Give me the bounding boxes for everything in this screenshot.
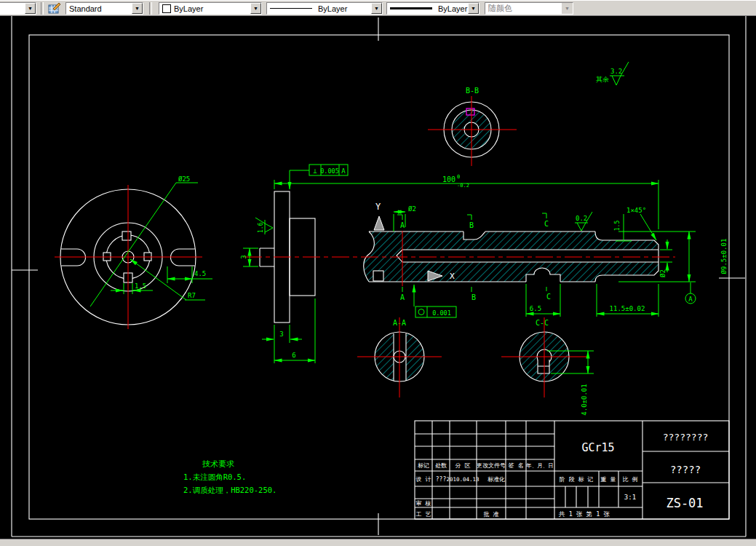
color-swatch-icon <box>162 4 171 13</box>
dim-bore2-end: Ø2 <box>659 269 667 277</box>
dim-offset45: 4.5 <box>194 270 206 277</box>
tb-process: 工 艺 <box>416 511 431 518</box>
axis-y-arrow-icon <box>374 216 384 230</box>
tb-date: 2010.04.13 <box>446 476 479 483</box>
dim-stub3: 3 <box>240 255 247 258</box>
toolbar-separator <box>41 2 44 15</box>
section-aa: A-A <box>357 317 442 397</box>
dim-dia95: Ø9.5±0.01 <box>720 239 728 274</box>
prev-combo-remnant[interactable]: ▼ <box>0 2 36 15</box>
section-c-top: C <box>544 220 549 228</box>
dropdown-arrow-icon[interactable]: ▼ <box>468 3 479 14</box>
dim-flange6: 6 <box>292 352 295 359</box>
dim-bore2-top: Ø2 <box>408 205 416 213</box>
tb-h-sign: 签 名 <box>509 462 524 469</box>
tb-h-doc: 更改文件号 <box>477 462 506 469</box>
datum-a-label: A <box>688 296 693 303</box>
lineweight-sample-icon <box>390 7 432 9</box>
dim-flange3: 3 <box>279 331 283 338</box>
tb-sheets: 共 1 张 第 1 张 <box>558 510 610 518</box>
dropdown-arrow-icon: ▼ <box>562 3 573 14</box>
section-cc: C-C 4.0±0.01 <box>501 317 594 416</box>
section-a-bottom: A <box>400 293 405 301</box>
dim-step15: 1.5 <box>614 221 621 232</box>
dim-len115: 11.5±0.02 <box>610 305 645 312</box>
dim-slot65: 6.5 <box>530 305 541 312</box>
window-bottom-strip <box>0 539 756 546</box>
tb-weight-h: 重 量 <box>600 476 616 483</box>
tb-scale-h: 比 例 <box>623 476 638 483</box>
tech-req-line1: 1.未注圆角R0.5. <box>183 472 246 481</box>
tb-part: ????? <box>670 464 701 475</box>
color-value: ByLayer <box>171 4 250 13</box>
fcf-perp-tol: 0.005 <box>320 167 339 175</box>
dropdown-arrow-icon[interactable]: ▼ <box>132 3 143 14</box>
tb-approve: 批 准 <box>484 511 499 518</box>
tb-company: ???????? <box>663 432 709 443</box>
surface-note-prefix: 其余 <box>596 76 609 83</box>
fcf-round-tol: 0.001 <box>432 309 451 317</box>
tb-material: GCr15 <box>581 441 614 454</box>
toolbar: ▼ Standard ▼ ByLayer ▼ ByLayer ▼ ByLayer… <box>0 0 756 16</box>
title-block: 标记 处数 分 区 更改文件号 签 名 年、月、日 设 计 ??? 2010.0… <box>415 421 729 519</box>
plot-style-combo: 随颜色 ▼ <box>485 2 573 15</box>
dropdown-arrow-icon[interactable]: ▼ <box>250 3 261 14</box>
dim-r7: R7 <box>188 292 196 299</box>
rough-16-value: 1.6 <box>258 222 264 233</box>
tb-scale: 3:1 <box>624 494 636 501</box>
tb-standardize: 标准化 <box>488 476 505 483</box>
tech-requirements: 技术要求 1.未注圆角R0.5. 2.调质处理，HB220-250. <box>183 459 276 494</box>
tb-designer: ??? <box>436 476 447 483</box>
tech-req-title: 技术要求 <box>202 459 234 469</box>
fcf-perp-datum: A <box>341 167 346 175</box>
style-manager-icon[interactable] <box>47 2 63 15</box>
section-bb: B-B <box>428 87 517 166</box>
main-view: Y X ⊥ 0.005 A 100 0 -0.2 1.6 <box>240 165 728 363</box>
axis-x-label: X <box>450 272 455 281</box>
plot-style-value: 随颜色 <box>485 3 562 14</box>
lineweight-combo[interactable]: ByLayer ▼ <box>386 2 480 15</box>
linetype-sample-icon <box>270 8 312 9</box>
tb-drawing-no: ZS-01 <box>666 496 703 510</box>
section-cc-label: C-C <box>536 319 549 327</box>
tb-h-count: 处数 <box>435 462 447 469</box>
dim-slot40: 4.0±0.01 <box>581 384 588 415</box>
dim-chamfer: 1×45° <box>626 207 646 214</box>
axis-y-label: Y <box>375 202 381 212</box>
tb-h-date: 年、月、日 <box>525 462 554 469</box>
fcf-perp-symbol: ⊥ <box>313 167 317 175</box>
linetype-value: ByLayer <box>312 4 371 13</box>
tb-review: 审 核 <box>416 500 431 507</box>
dim-len100: 100 <box>442 175 455 183</box>
tb-stage: 阶 段 标 记 <box>560 476 593 483</box>
rough-02-value: 0.2 <box>576 215 587 222</box>
section-c-bottom: C <box>546 293 551 301</box>
dim-len100-sub: -0.2 <box>457 183 469 189</box>
section-a-top: A <box>400 221 405 229</box>
dropdown-arrow-icon[interactable]: ▼ <box>371 3 382 14</box>
lineweight-value: ByLayer <box>432 4 468 13</box>
color-combo[interactable]: ByLayer ▼ <box>159 2 262 15</box>
section-b-bottom: B <box>471 293 476 301</box>
dropdown-arrow-icon[interactable]: ▼ <box>25 3 36 14</box>
tb-h-mark: 标记 <box>418 462 429 469</box>
linetype-combo[interactable]: ByLayer ▼ <box>266 2 383 15</box>
drawing-canvas[interactable]: 其余 3.2 Ø25 4.5 1.5 <box>0 16 756 539</box>
front-view: Ø25 4.5 1.5 R7 <box>55 175 212 329</box>
surface-note-value: 3.2 <box>610 68 622 75</box>
dim-len100-sup: 0 <box>457 174 460 180</box>
dim-dia25: Ø25 <box>178 175 190 183</box>
section-bb-label: B-B <box>466 87 479 95</box>
toolbar-separator <box>149 2 152 15</box>
tb-h-zone: 分 区 <box>455 462 471 469</box>
tb-design: 设 计 <box>416 476 431 483</box>
tech-req-line2: 2.调质处理，HB220-250. <box>183 486 276 494</box>
text-style-combo[interactable]: Standard ▼ <box>65 2 143 15</box>
dim-keyway15: 1.5 <box>135 282 146 290</box>
text-style-value: Standard <box>66 4 132 13</box>
section-b-top: B <box>469 221 474 229</box>
surface-roughness-note: 其余 3.2 <box>596 62 629 85</box>
